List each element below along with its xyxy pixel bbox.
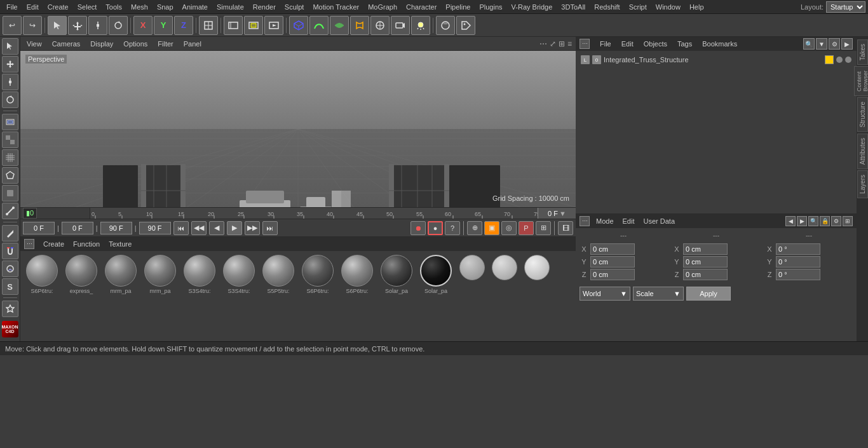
menu-script[interactable]: Script	[625, 2, 651, 12]
keyframe-button[interactable]: ▣	[484, 221, 499, 235]
menu-tools[interactable]: Tools	[102, 2, 126, 12]
tool-move[interactable]	[2, 56, 18, 72]
material-item-8[interactable]: S6P6tru:	[339, 255, 375, 294]
tool-knife[interactable]	[2, 225, 18, 241]
obj-arrow-icon[interactable]: ▶	[841, 38, 853, 50]
menu-file[interactable]: File	[3, 2, 22, 12]
tool-grid[interactable]	[2, 149, 18, 166]
goto-end-button[interactable]: ⏭	[262, 221, 278, 235]
obj-menu-objects[interactable]: Objects	[641, 39, 670, 48]
attr-forward-icon[interactable]: ▶	[797, 216, 807, 226]
camera-button[interactable]	[391, 16, 410, 35]
help-button[interactable]: ?	[445, 221, 460, 235]
tool-snap[interactable]	[2, 301, 18, 317]
tool-edge[interactable]	[2, 203, 18, 219]
coord-y2-input[interactable]	[683, 256, 728, 268]
obj-filter-icon[interactable]: ▼	[816, 38, 827, 50]
menu-snap[interactable]: Snap	[153, 2, 177, 12]
material-item-10[interactable]: Solar_pa	[418, 255, 454, 294]
undo-button[interactable]: ↩	[3, 16, 22, 35]
menu-plugins[interactable]: Plugins	[475, 2, 506, 12]
menu-redshift[interactable]: Redshift	[590, 2, 623, 12]
prev-frame-button[interactable]: ◀◀	[191, 221, 207, 235]
material-item-11[interactable]	[458, 255, 486, 282]
redo-button[interactable]: ↪	[23, 16, 42, 35]
obj-menu-edit[interactable]: Edit	[619, 39, 636, 48]
tool-s[interactable]: S	[2, 278, 18, 295]
frame-current-input[interactable]	[62, 222, 93, 234]
tool-polygon[interactable]	[2, 167, 18, 184]
viewport-menu-filter[interactable]: Filter	[155, 39, 175, 49]
menu-simulate[interactable]: Simulate	[213, 2, 248, 12]
mat-menu-create[interactable]: Create	[41, 240, 67, 248]
apply-button[interactable]: Apply	[686, 287, 731, 301]
render-view-button[interactable]	[224, 16, 243, 35]
mat-menu-function[interactable]: Function	[71, 240, 102, 248]
tool-checker[interactable]	[2, 132, 18, 148]
attr-back-icon[interactable]: ◀	[785, 216, 796, 226]
attr-maximize-icon[interactable]: ⊞	[843, 216, 853, 226]
material-item-2[interactable]: mrm_pa	[103, 255, 139, 294]
object-mode-button[interactable]	[199, 16, 218, 35]
dope-button[interactable]: ⊞	[536, 221, 551, 235]
frame-end2-input[interactable]	[139, 222, 171, 234]
rotate-tool-button[interactable]	[109, 16, 128, 35]
menu-pipeline[interactable]: Pipeline	[442, 2, 474, 12]
prev-step-button[interactable]: ◀	[209, 221, 224, 235]
material-item-7[interactable]: S6P6tru:	[300, 255, 336, 294]
attr-menu-userdata[interactable]: User Data	[641, 217, 678, 226]
tool-sculpt2[interactable]	[2, 261, 18, 277]
frame-start-input[interactable]	[23, 222, 55, 234]
menu-render[interactable]: Render	[249, 2, 280, 12]
menu-3dtoall[interactable]: 3DToAll	[557, 2, 589, 12]
frame-end-input[interactable]	[100, 222, 132, 234]
record-active-button[interactable]: ●	[428, 221, 443, 235]
menu-sculpt[interactable]: Sculpt	[281, 2, 308, 12]
coord-x3-input[interactable]	[776, 243, 820, 255]
attr-search-icon[interactable]: 🔍	[808, 216, 818, 226]
goto-start-button[interactable]: ⏮	[173, 221, 189, 235]
viewport-3d[interactable]: X Y Z Perspective Grid Spacing : 10000 c…	[20, 51, 576, 207]
menu-mograph[interactable]: MoGraph	[364, 2, 401, 12]
tool-cursor[interactable]	[2, 38, 18, 55]
attr-menu-edit[interactable]: Edit	[620, 217, 637, 226]
obj-row-iss[interactable]: L 0 Integrated_Truss_Structure	[578, 53, 854, 66]
viewport-icon-maximize[interactable]: ⊞	[559, 39, 565, 48]
viewport-icon-menu[interactable]: ≡	[567, 39, 572, 48]
viewport-menu-view[interactable]: View	[24, 39, 44, 49]
viewport-icon-dots[interactable]: ⋯	[539, 39, 547, 48]
menu-edit[interactable]: Edit	[23, 2, 43, 12]
attr-menu-mode[interactable]: Mode	[593, 217, 616, 226]
coord-z3-input[interactable]	[776, 269, 820, 280]
tool-magnet[interactable]	[2, 243, 18, 259]
viewport-menu-display[interactable]: Display	[88, 39, 116, 49]
obj-menu-bookmarks[interactable]: Bookmarks	[700, 39, 740, 48]
layout-select[interactable]: Startup	[826, 1, 865, 13]
menu-help[interactable]: Help	[686, 2, 708, 12]
material-item-0[interactable]: S6P6tru:	[24, 255, 60, 294]
side-tab-takes[interactable]: Takes	[857, 39, 868, 65]
scale-tool-button[interactable]	[88, 16, 107, 35]
coord-z2-input[interactable]	[683, 269, 728, 280]
move-tool-pb[interactable]: ⊕	[467, 221, 482, 235]
material-item-13[interactable]	[522, 255, 551, 282]
tangent-button[interactable]: ◎	[501, 221, 517, 235]
material-item-1[interactable]: express_	[64, 255, 99, 294]
play-button[interactable]: ▶	[227, 221, 242, 235]
timeline-ruler[interactable]: ▮0 0 5 10 15 20 25	[20, 207, 576, 219]
menu-window[interactable]: Window	[652, 2, 684, 12]
side-tab-content-browser[interactable]: ContentBrowser	[854, 66, 868, 96]
timeline-button[interactable]: 🎞	[558, 221, 573, 235]
next-step-button[interactable]: ▶▶	[245, 221, 260, 235]
frame-display[interactable]: 0 F ▼	[538, 208, 576, 219]
select-tool-button[interactable]	[48, 16, 67, 35]
material-item-4[interactable]: S3S4tru:	[182, 255, 217, 294]
move-tool-button[interactable]	[68, 16, 87, 35]
render-button[interactable]	[264, 16, 283, 35]
tool-solid[interactable]	[2, 185, 18, 201]
material-item-12[interactable]	[490, 255, 519, 282]
light-button[interactable]	[411, 16, 430, 35]
obj-settings-icon[interactable]: ⚙	[829, 38, 840, 50]
cube-button[interactable]	[289, 16, 308, 35]
coord-y3-input[interactable]	[776, 256, 820, 268]
